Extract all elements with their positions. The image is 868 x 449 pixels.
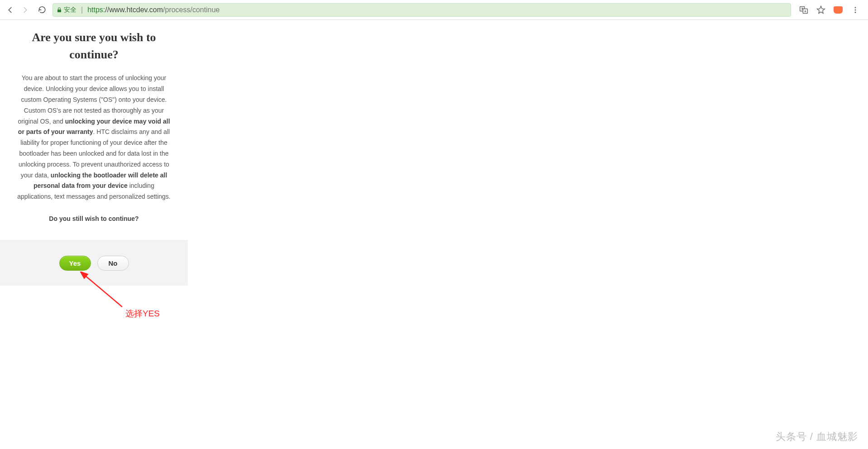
confirm-question: Do you still wish to continue? bbox=[0, 215, 188, 222]
bookmark-star-icon[interactable] bbox=[816, 5, 825, 14]
forward-button[interactable] bbox=[21, 6, 29, 14]
url-text: https://www.htcdev.com/process/continue bbox=[87, 6, 219, 14]
dialog-body: You are about to start the process of un… bbox=[0, 63, 188, 202]
page-content: Are you sure you wish to continue? You a… bbox=[0, 20, 868, 286]
confirm-dialog: Are you sure you wish to continue? You a… bbox=[0, 20, 188, 286]
translate-icon[interactable] bbox=[799, 5, 808, 14]
svg-rect-1 bbox=[803, 9, 807, 13]
svg-marker-2 bbox=[817, 6, 825, 13]
lock-icon bbox=[57, 7, 62, 13]
watermark-text: 头条号 / 血城魅影 bbox=[776, 430, 858, 444]
url-scheme: https bbox=[87, 6, 103, 14]
dialog-button-bar: Yes No bbox=[0, 240, 188, 286]
annotation-label: 选择YES bbox=[125, 308, 160, 320]
dialog-title: Are you sure you wish to continue? bbox=[0, 29, 188, 63]
toolbar-right bbox=[795, 5, 864, 14]
nav-buttons bbox=[4, 6, 49, 14]
url-domain: ://www.htcdev.com bbox=[103, 6, 163, 14]
yes-button[interactable]: Yes bbox=[59, 256, 91, 271]
no-button[interactable]: No bbox=[97, 256, 129, 271]
back-button[interactable] bbox=[6, 6, 14, 14]
reload-button[interactable] bbox=[38, 6, 46, 14]
secure-text: 安全 bbox=[64, 6, 76, 14]
url-path: /process/continue bbox=[163, 6, 219, 14]
address-bar[interactable]: 安全 | https://www.htcdev.com/process/cont… bbox=[52, 3, 791, 17]
browser-toolbar: 安全 | https://www.htcdev.com/process/cont… bbox=[0, 0, 868, 20]
menu-icon[interactable] bbox=[851, 5, 860, 14]
svg-point-3 bbox=[855, 7, 856, 8]
secure-indicator: 安全 bbox=[57, 6, 76, 14]
url-divider: | bbox=[81, 6, 83, 14]
extension-icon[interactable] bbox=[834, 5, 843, 14]
svg-point-4 bbox=[855, 9, 856, 10]
svg-point-5 bbox=[855, 11, 856, 13]
